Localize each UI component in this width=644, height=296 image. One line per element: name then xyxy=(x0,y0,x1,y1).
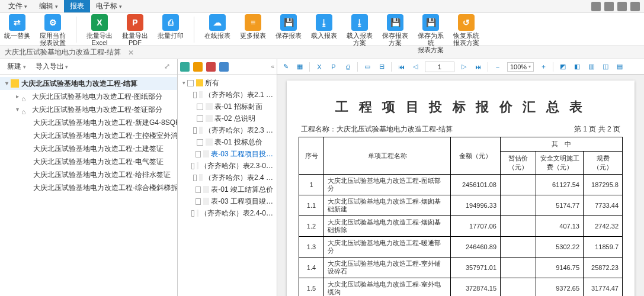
document-tab-bar: 大庆北压试验基地电力改造工程-结算 ✕ xyxy=(0,46,644,59)
report-list-tree[interactable]: ▾所有（齐齐哈尔）表2.1 …表-01 招标封面表-02 总说明（齐齐哈尔）表2… xyxy=(178,75,277,296)
header-footer-icon[interactable]: ⊟ xyxy=(377,62,386,72)
table-row: 1.5大庆北压试验基地电力改造工程-室外电缆沟372874.159372.653… xyxy=(299,278,623,297)
page-setup-icon[interactable]: ▭ xyxy=(363,62,372,72)
ribbon-保存为系统[interactable]: 💾保存为系统报表方案 xyxy=(417,14,444,53)
mid-toolbar: « xyxy=(178,59,277,75)
collapse-panel-icon[interactable]: « xyxy=(271,63,274,70)
left-toolbar: 新建 导入导出 ⤢ xyxy=(0,59,177,75)
report-item[interactable]: （齐齐哈尔）表2.4 … xyxy=(179,172,275,184)
zoom-out-icon[interactable]: − xyxy=(493,62,502,72)
menubar: 文件 编辑 报表 电子标 xyxy=(0,0,644,13)
user-icon[interactable] xyxy=(591,2,601,11)
project-tree[interactable]: ▾大庆北压试验基地电力改造工程-结算▸⌂大庆北压试验基地电力改造工程-图纸部分▾… xyxy=(0,75,177,296)
ribbon: ⇄统一替换⚙应用当前报表设置X批量导出ExcelP批量导出PDF⎙批量打印☁在线… xyxy=(0,13,644,46)
tree-node[interactable]: 大庆北压试验基地电力改造工程-主控楼室外消防… xyxy=(0,129,177,142)
minimize-icon[interactable] xyxy=(630,2,640,11)
document-tab-title[interactable]: 大庆北压试验基地电力改造工程-结算 xyxy=(5,47,121,57)
report-item[interactable]: 表-03 工程项目竣… xyxy=(179,195,275,207)
ribbon-统一替换[interactable]: ⇄统一替换 xyxy=(4,14,31,39)
report-item[interactable]: 表-01 投标总价 xyxy=(179,136,275,148)
report-list-panel: « ▾所有（齐齐哈尔）表2.1 …表-01 招标封面表-02 总说明（齐齐哈尔）… xyxy=(178,59,277,296)
report-root[interactable]: ▾所有 xyxy=(179,77,275,89)
menu-ebid[interactable]: 电子标 xyxy=(90,0,128,12)
config-icon[interactable] xyxy=(219,62,229,72)
settings-icon[interactable] xyxy=(604,2,614,11)
report-page: 工 程 项 目 投 标 报 价 汇 总 表 工程名称：大庆北压试验基地电力改造工… xyxy=(287,81,635,296)
print-icon[interactable]: ⎙ xyxy=(343,62,353,72)
export-pdf-icon[interactable]: P xyxy=(329,62,338,72)
ribbon-恢复系统[interactable]: ↺恢复系统报表方案 xyxy=(453,14,480,46)
report-item[interactable]: 表-02 总说明 xyxy=(179,112,275,124)
table-row: 1.3大庆北压试验基地电力改造工程-暖通部分246460.895302.2211… xyxy=(299,237,623,258)
export-excel-icon[interactable]: X xyxy=(315,62,324,72)
copy-icon[interactable] xyxy=(193,62,203,72)
last-page-icon[interactable]: ⏭ xyxy=(473,62,483,72)
ribbon-应用当前[interactable]: ⚙应用当前报表设置 xyxy=(39,14,66,46)
ribbon-更多报表[interactable]: ≡更多报表 xyxy=(239,14,267,39)
tool-b-icon[interactable]: ◧ xyxy=(572,62,582,72)
edit-icon[interactable]: ✎ xyxy=(281,62,290,72)
import-export-button[interactable]: 导入导出 xyxy=(32,60,72,73)
first-page-icon[interactable]: ⏮ xyxy=(396,62,406,72)
th-amount: 金额（元） xyxy=(451,137,501,175)
expand-icon[interactable]: ⤢ xyxy=(164,62,174,72)
ribbon-载入报表[interactable]: ⭳载入报表方案 xyxy=(346,14,373,46)
tree-node[interactable]: 大庆北压试验基地电力改造工程-土建签证 xyxy=(0,142,177,155)
th-c2: 安全文明施工费（元） xyxy=(536,152,584,175)
project-tree-panel: 新建 导入导出 ⤢ ▾大庆北压试验基地电力改造工程-结算▸⌂大庆北压试验基地电力… xyxy=(0,59,178,296)
menu-report[interactable]: 报表 xyxy=(64,0,90,12)
tool-c-icon[interactable]: ▥ xyxy=(587,62,596,72)
table-row: 1大庆北压试验基地电力改造工程-图纸部分2456101.0861127.5418… xyxy=(299,175,623,195)
preview-toolbar: ✎ ▦ X P ⎙ ▭ ⊟ ⏮ ◁ ▷ ⏭ − 100%▾ ＋ ◩ ◧ ▥ ◫ … xyxy=(277,59,644,75)
ribbon-批量导出[interactable]: X批量导出Excel xyxy=(86,14,113,46)
th-name: 单项工程名称 xyxy=(324,137,451,175)
project-name-line: 工程名称：大庆北压试验基地电力改造工程-结算 xyxy=(301,124,453,134)
ribbon-保存报表[interactable]: 💾保存报表 xyxy=(275,14,302,39)
tree-node[interactable]: ▾⌂大庆北压试验基地电力改造工程-签证部分 xyxy=(0,103,177,116)
close-tab-icon[interactable]: ✕ xyxy=(128,49,134,57)
tree-node[interactable]: 大庆北压试验基地电力改造工程-电气签证 xyxy=(0,155,177,168)
tree-node[interactable]: 大庆北压试验基地电力改造工程-给排水签证 xyxy=(0,168,177,181)
th-c1: 暂估价（元） xyxy=(501,152,536,175)
th-c3: 规费（元） xyxy=(584,152,623,175)
menu-edit[interactable]: 编辑 xyxy=(33,0,64,12)
report-item[interactable]: 表-03 工程项目投… xyxy=(179,148,275,160)
ribbon-在线报表[interactable]: ☁在线报表 xyxy=(204,14,231,39)
delete-icon[interactable] xyxy=(206,62,216,72)
table-row: 1.2大庆北压试验基地电力改造工程-烟囱基础拆除17707.06407.1327… xyxy=(299,216,623,237)
tree-node[interactable]: 大庆北压试验基地电力改造工程-新建G4-8SQF化… xyxy=(0,116,177,129)
page-info: 第 1 页 共 2 页 xyxy=(574,124,620,134)
table-row: 1.4大庆北压试验基地电力改造工程-室外铺设碎石357971.019146.75… xyxy=(299,258,623,278)
document-scroll[interactable]: 工 程 项 目 投 标 报 价 汇 总 表 工程名称：大庆北压试验基地电力改造工… xyxy=(277,75,644,296)
th-sub: 其 中 xyxy=(501,137,623,152)
th-seq: 序号 xyxy=(299,137,324,175)
tree-node[interactable]: ▾大庆北压试验基地电力改造工程-结算 xyxy=(0,77,177,90)
report-table: 序号 单项工程名称 金额（元） 其 中 暂估价（元） 安全文明施工费（元） 规费… xyxy=(299,137,623,296)
help-icon[interactable] xyxy=(617,2,627,11)
new-button[interactable]: 新建 xyxy=(4,60,30,73)
tool-d-icon[interactable]: ◫ xyxy=(601,62,610,72)
tool-e-icon[interactable]: ▤ xyxy=(615,62,624,72)
design-icon[interactable]: ▦ xyxy=(295,62,305,72)
next-page-icon[interactable]: ▷ xyxy=(459,62,469,72)
report-item[interactable]: 表-01 竣工结算总价 xyxy=(179,184,275,195)
add-icon[interactable] xyxy=(180,62,190,72)
tree-node[interactable]: ▸⌂大庆北压试验基地电力改造工程-图纸部分 xyxy=(0,90,177,103)
zoom-in-icon[interactable]: ＋ xyxy=(539,62,548,72)
report-item[interactable]: （齐齐哈尔）表2.1 … xyxy=(179,89,275,101)
ribbon-保存报表[interactable]: 💾保存报表方案 xyxy=(382,14,409,46)
ribbon-载入报表[interactable]: ⭳载入报表 xyxy=(310,14,338,39)
tree-node[interactable]: 大庆北压试验基地电力改造工程-综合楼斜梯拆除… xyxy=(0,181,177,194)
report-item[interactable]: （齐齐哈尔）表2.3 … xyxy=(179,124,275,136)
report-item[interactable]: 表-01 招标封面 xyxy=(179,101,275,112)
zoom-select[interactable]: 100%▾ xyxy=(507,62,534,72)
page-number-input[interactable] xyxy=(425,62,454,72)
tool-a-icon[interactable]: ◩ xyxy=(558,62,568,72)
report-item[interactable]: （齐齐哈尔）表2.4-0… xyxy=(179,207,275,219)
ribbon-批量导出[interactable]: P批量导出PDF xyxy=(121,14,149,46)
ribbon-批量打印[interactable]: ⎙批量打印 xyxy=(157,14,184,39)
menu-file[interactable]: 文件 xyxy=(2,0,33,12)
prev-page-icon[interactable]: ◁ xyxy=(411,62,420,72)
report-item[interactable]: （齐齐哈尔）表2.3-0… xyxy=(179,160,275,172)
report-title: 工 程 项 目 投 标 报 价 汇 总 表 xyxy=(299,98,623,116)
